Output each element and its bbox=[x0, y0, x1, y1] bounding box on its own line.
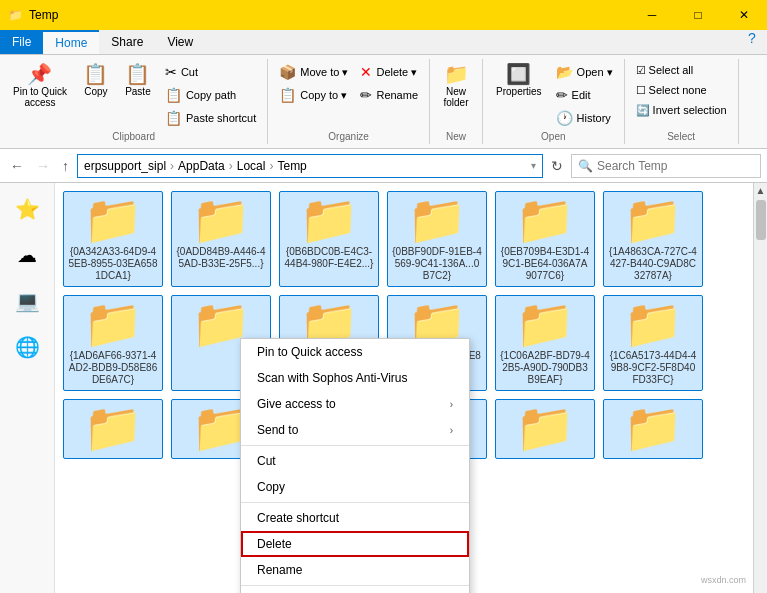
paste-icon: 📋 bbox=[125, 64, 150, 84]
file-item[interactable]: 📁 {0ADD84B9-A446-45AD-B33E-25F5...} bbox=[171, 191, 271, 287]
help-button[interactable]: ? bbox=[737, 30, 767, 46]
ctx-rename[interactable]: Rename bbox=[241, 557, 469, 583]
ctx-copy-label: Copy bbox=[257, 480, 285, 494]
file-label: {1C06A2BF-BD79-42B5-A90D-790DB3B9EAF} bbox=[500, 350, 590, 386]
new-items: 📁 Newfolder bbox=[436, 61, 476, 129]
file-item[interactable]: 📁 {0BBF90DF-91EB-4569-9C41-136A...0B7C2} bbox=[387, 191, 487, 287]
file-item[interactable]: 📁 {1C06A2BF-BD79-42B5-A90D-790DB3B9EAF} bbox=[495, 295, 595, 391]
refresh-button[interactable]: ↻ bbox=[547, 156, 567, 176]
ctx-pin-to-quick-access[interactable]: Pin to Quick access bbox=[241, 339, 469, 365]
tab-share[interactable]: Share bbox=[99, 30, 155, 54]
file-item[interactable]: 📁 {1AD6AF66-9371-4AD2-BDB9-D58E86DE6A7C} bbox=[63, 295, 163, 391]
pc-icon: 💻 bbox=[15, 289, 40, 313]
maximize-button[interactable]: □ bbox=[675, 0, 721, 30]
ctx-create-shortcut-label: Create shortcut bbox=[257, 511, 339, 525]
file-label: {0BBF90DF-91EB-4569-9C41-136A...0B7C2} bbox=[392, 246, 482, 282]
select-all-button[interactable]: ☑ Select all bbox=[631, 61, 732, 80]
select-buttons: ☑ Select all ☐ Select none 🔄 Invert sele… bbox=[631, 61, 732, 120]
tab-view[interactable]: View bbox=[155, 30, 205, 54]
file-label: {0ADD84B9-A446-45AD-B33E-25F5...} bbox=[176, 246, 266, 270]
ctx-delete[interactable]: Delete bbox=[241, 531, 469, 557]
ctx-scan-sophos[interactable]: Scan with Sophos Anti-Virus bbox=[241, 365, 469, 391]
folder-icon: 📁 bbox=[299, 196, 359, 244]
file-label: {1A4863CA-727C-4427-B440-C9AD8C32787A} bbox=[608, 246, 698, 282]
tab-file[interactable]: File bbox=[0, 30, 43, 54]
file-label: {0B6BDC0B-E4C3-44B4-980F-E4E2...} bbox=[284, 246, 374, 270]
folder-icon: 📁 bbox=[407, 196, 467, 244]
ctx-properties[interactable]: Properties bbox=[241, 588, 469, 593]
paste-shortcut-button[interactable]: 📋 Paste shortcut bbox=[160, 107, 261, 129]
close-button[interactable]: ✕ bbox=[721, 0, 767, 30]
sidebar-item-network[interactable]: 🌐 bbox=[5, 325, 49, 369]
file-label: {0EB709B4-E3D1-49C1-BE64-036A7A9077C6} bbox=[500, 246, 590, 282]
minimize-button[interactable]: ─ bbox=[629, 0, 675, 30]
forward-button[interactable]: → bbox=[32, 156, 54, 176]
history-button[interactable]: 🕐 History bbox=[551, 107, 618, 129]
ctx-copy[interactable]: Copy bbox=[241, 474, 469, 500]
new-folder-label: Newfolder bbox=[444, 86, 469, 108]
copy-path-button[interactable]: 📋 Copy path bbox=[160, 84, 261, 106]
pin-to-quick-access-button[interactable]: 📌 Pin to Quickaccess bbox=[6, 61, 74, 111]
search-input[interactable] bbox=[597, 159, 754, 173]
file-item[interactable]: 📁 {0B6BDC0B-E4C3-44B4-980F-E4E2...} bbox=[279, 191, 379, 287]
open-button[interactable]: 📂 Open ▾ bbox=[551, 61, 618, 83]
file-item[interactable]: 📁 {1C6A5173-44D4-49B8-9CF2-5F8D40FD33FC} bbox=[603, 295, 703, 391]
path-dropdown-icon: ▾ bbox=[531, 160, 536, 171]
ctx-send-to[interactable]: Send to › bbox=[241, 417, 469, 443]
scroll-up-arrow[interactable]: ▲ bbox=[754, 183, 767, 198]
copy-to-button[interactable]: 📋 Copy to ▾ bbox=[274, 84, 353, 106]
organize-buttons: 📦 Move to ▾ 📋 Copy to ▾ bbox=[274, 61, 353, 106]
cut-button[interactable]: ✂ Cut bbox=[160, 61, 261, 83]
properties-button[interactable]: 🔲 Properties bbox=[489, 61, 549, 100]
delete-button[interactable]: ✕ Delete ▾ bbox=[355, 61, 423, 83]
sidebar-item-star[interactable]: ⭐ bbox=[5, 187, 49, 231]
copy-button[interactable]: 📋 Copy bbox=[76, 61, 116, 100]
ctx-send-to-label: Send to bbox=[257, 423, 298, 437]
folder-icon: 📁 bbox=[515, 300, 575, 348]
right-scrollbar[interactable]: ▲ ▼ bbox=[753, 183, 767, 593]
sidebar-item-onedrive[interactable]: ☁ bbox=[5, 233, 49, 277]
up-button[interactable]: ↑ bbox=[58, 156, 73, 176]
back-button[interactable]: ← bbox=[6, 156, 28, 176]
folder-icon: 📁 bbox=[623, 196, 683, 244]
path-separator-1: › bbox=[170, 159, 174, 173]
select-items: ☑ Select all ☐ Select none 🔄 Invert sele… bbox=[631, 61, 732, 129]
file-item[interactable]: 📁 bbox=[603, 399, 703, 459]
properties-icon: 🔲 bbox=[506, 64, 531, 84]
paste-button[interactable]: 📋 Paste bbox=[118, 61, 158, 100]
ctx-give-access[interactable]: Give access to › bbox=[241, 391, 469, 417]
ctx-scan-label: Scan with Sophos Anti-Virus bbox=[257, 371, 408, 385]
file-item[interactable]: 📁 {0A342A33-64D9-45EB-8955-03EA6581DCA1} bbox=[63, 191, 163, 287]
ribbon: File Home Share View ? 📌 Pin to Quickacc… bbox=[0, 30, 767, 149]
file-item[interactable]: 📁 {0EB709B4-E3D1-49C1-BE64-036A7A9077C6} bbox=[495, 191, 595, 287]
invert-selection-button[interactable]: 🔄 Invert selection bbox=[631, 101, 732, 120]
select-none-button[interactable]: ☐ Select none bbox=[631, 81, 732, 100]
file-item[interactable]: 📁 {1A4863CA-727C-4427-B440-C9AD8C32787A} bbox=[603, 191, 703, 287]
address-path[interactable]: erpsupport_sipl › AppData › Local › Temp… bbox=[77, 154, 543, 178]
sidebar-item-pc[interactable]: 💻 bbox=[5, 279, 49, 323]
rename-button[interactable]: ✏ Rename bbox=[355, 84, 423, 106]
move-to-button[interactable]: 📦 Move to ▾ bbox=[274, 61, 353, 83]
rename-label: Rename bbox=[376, 89, 418, 101]
new-folder-icon: 📁 bbox=[444, 64, 469, 84]
edit-button[interactable]: ✏ Edit bbox=[551, 84, 618, 106]
open-buttons: 📂 Open ▾ ✏ Edit 🕐 History bbox=[551, 61, 618, 129]
folder-icon: 📁 bbox=[83, 196, 143, 244]
ctx-cut[interactable]: Cut bbox=[241, 448, 469, 474]
file-item[interactable]: 📁 bbox=[495, 399, 595, 459]
copy-to-label: Copy to ▾ bbox=[300, 89, 347, 102]
folder-icon: 📁 bbox=[83, 404, 143, 452]
new-group-label: New bbox=[446, 131, 466, 142]
tab-home[interactable]: Home bbox=[43, 30, 99, 54]
new-folder-button[interactable]: 📁 Newfolder bbox=[436, 61, 476, 111]
scroll-thumb[interactable] bbox=[756, 200, 766, 240]
organize-buttons2: ✕ Delete ▾ ✏ Rename bbox=[355, 61, 423, 106]
path-part-4: Temp bbox=[277, 159, 306, 173]
search-box[interactable]: 🔍 bbox=[571, 154, 761, 178]
select-group-label: Select bbox=[667, 131, 695, 142]
scroll-track bbox=[754, 198, 767, 593]
delete-label: Delete ▾ bbox=[376, 66, 417, 79]
ctx-create-shortcut[interactable]: Create shortcut bbox=[241, 505, 469, 531]
file-item[interactable]: 📁 bbox=[63, 399, 163, 459]
folder-icon: 📁 bbox=[515, 196, 575, 244]
